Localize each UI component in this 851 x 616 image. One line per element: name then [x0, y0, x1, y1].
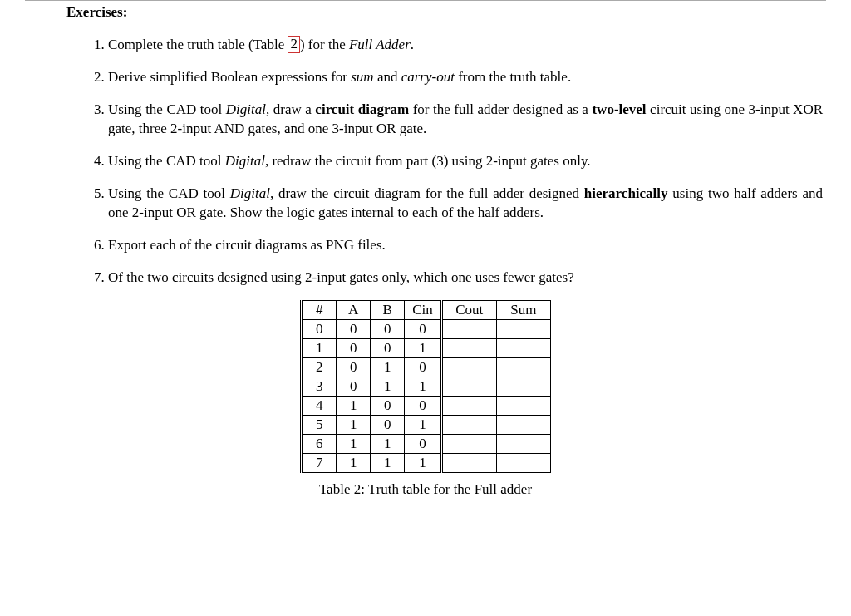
table-reference-link[interactable]: 2 — [288, 36, 300, 53]
table-row: 5101 — [302, 416, 551, 435]
text: , draw a — [266, 101, 315, 117]
table-cell: 0 — [337, 377, 371, 397]
table-cell: 0 — [337, 320, 371, 339]
table-cell — [441, 416, 496, 435]
text: , redraw the circuit from part (3) using… — [265, 153, 591, 169]
text: and — [374, 69, 401, 85]
table-cell — [441, 454, 496, 473]
table-row: 1001 — [302, 339, 551, 358]
table-cell — [496, 397, 550, 416]
text: Complete the truth table (Table — [108, 37, 288, 52]
table-cell: 0 — [371, 397, 405, 416]
table-cell — [496, 435, 550, 454]
table-cell: 1 — [337, 435, 371, 454]
table-cell: 0 — [371, 339, 405, 358]
exercise-list: Complete the truth table (Table 2) for t… — [25, 36, 826, 287]
text: Export each of the circuit diagrams as P… — [108, 237, 386, 253]
table-cell — [496, 358, 550, 377]
table-row: 7111 — [302, 454, 551, 473]
top-rule — [25, 0, 826, 1]
text: , draw the circuit diagram for the full … — [270, 185, 584, 201]
table-cell: 0 — [371, 320, 405, 339]
table-cell — [441, 339, 496, 358]
table-cell: 0 — [405, 358, 442, 377]
table-cell — [441, 358, 496, 377]
section-heading: Exercises: — [66, 4, 826, 21]
table-row: 4100 — [302, 397, 551, 416]
page: Exercises: Complete the truth table (Tab… — [0, 0, 851, 531]
table-header-row: # A B Cin Cout Sum — [302, 301, 551, 320]
truth-table: # A B Cin Cout Sum 000010012010301141005… — [300, 300, 551, 473]
text: Derive simplified Boolean expressions fo… — [108, 69, 351, 85]
emphasis: Digital — [225, 153, 265, 169]
table-cell: 7 — [302, 454, 337, 473]
table-cell: 0 — [405, 320, 442, 339]
col-header: Cout — [441, 301, 496, 320]
table-caption: Table 2: Truth table for the Full adder — [25, 481, 826, 498]
table-cell: 0 — [371, 416, 405, 435]
col-header: A — [337, 301, 371, 320]
emphasis: sum — [351, 69, 373, 85]
table-cell — [441, 377, 496, 397]
emphasis: carry-out — [401, 69, 455, 85]
exercise-item-3: Using the CAD tool Digital, draw a circu… — [108, 101, 826, 139]
text: . — [411, 37, 414, 52]
text: Using the CAD tool — [108, 185, 230, 201]
table-cell: 1 — [405, 377, 442, 397]
text: ) for the — [300, 37, 349, 52]
exercise-item-1: Complete the truth table (Table 2) for t… — [108, 36, 826, 55]
strong: circuit diagram — [315, 101, 409, 117]
table-cell: 6 — [302, 435, 337, 454]
table-cell: 2 — [302, 358, 337, 377]
table-cell: 3 — [302, 377, 337, 397]
strong: hierarchically — [584, 185, 668, 201]
emphasis: Digital — [226, 101, 266, 117]
table-cell: 0 — [302, 320, 337, 339]
text: Using the CAD tool — [108, 153, 225, 169]
table-cell: 1 — [337, 454, 371, 473]
table-cell: 1 — [371, 435, 405, 454]
table-row: 6110 — [302, 435, 551, 454]
table-cell: 4 — [302, 397, 337, 416]
table-cell — [441, 320, 496, 339]
table-cell — [496, 416, 550, 435]
table-cell — [441, 397, 496, 416]
exercise-item-7: Of the two circuits designed using 2-inp… — [108, 269, 826, 288]
text: Using the CAD tool — [108, 101, 226, 117]
text: for the full adder designed as a — [409, 101, 592, 117]
table-cell: 5 — [302, 416, 337, 435]
table-container: # A B Cin Cout Sum 000010012010301141005… — [25, 300, 826, 498]
text: from the truth table. — [455, 69, 571, 85]
strong: two-level — [592, 101, 646, 117]
col-header: Cin — [405, 301, 442, 320]
table-cell: 0 — [405, 435, 442, 454]
emphasis: Digital — [230, 185, 270, 201]
table-cell — [496, 320, 550, 339]
col-header: B — [371, 301, 405, 320]
table-cell: 1 — [337, 397, 371, 416]
table-cell: 1 — [371, 454, 405, 473]
table-cell: 1 — [371, 377, 405, 397]
table-cell: 1 — [302, 339, 337, 358]
table-cell: 1 — [405, 339, 442, 358]
table-cell: 0 — [405, 397, 442, 416]
table-row: 3011 — [302, 377, 551, 397]
col-header: # — [302, 301, 337, 320]
table-cell — [496, 377, 550, 397]
table-cell: 0 — [337, 358, 371, 377]
exercise-item-5: Using the CAD tool Digital, draw the cir… — [108, 185, 826, 223]
col-header: Sum — [496, 301, 550, 320]
table-cell: 1 — [371, 358, 405, 377]
table-cell: 1 — [337, 416, 371, 435]
emphasis: Full Adder — [349, 37, 411, 52]
exercise-item-4: Using the CAD tool Digital, redraw the c… — [108, 152, 826, 171]
exercise-item-6: Export each of the circuit diagrams as P… — [108, 236, 826, 255]
table-row: 2010 — [302, 358, 551, 377]
text: Of the two circuits designed using 2-inp… — [108, 269, 574, 285]
table-cell: 1 — [405, 454, 442, 473]
table-cell — [496, 454, 550, 473]
table-row: 0000 — [302, 320, 551, 339]
table-cell: 1 — [405, 416, 442, 435]
table-body: 00001001201030114100510161107111 — [302, 320, 551, 473]
exercise-item-2: Derive simplified Boolean expressions fo… — [108, 68, 826, 87]
